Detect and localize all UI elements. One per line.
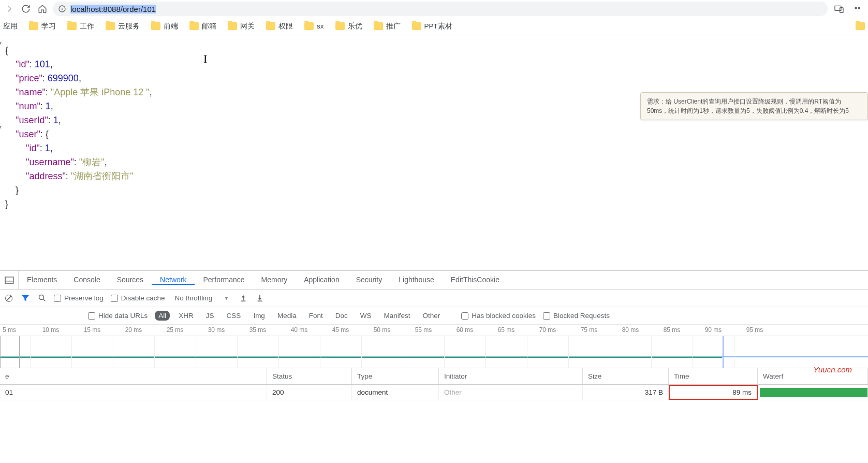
col-size[interactable]: Size <box>583 368 669 384</box>
devtools-tab[interactable]: Performance <box>195 276 253 284</box>
svg-rect-4 <box>840 8 843 13</box>
bookmark-item[interactable]: 工作 <box>67 22 94 31</box>
timeline-tick: 65 ms <box>498 326 515 334</box>
col-name[interactable]: e <box>0 368 267 384</box>
filter-chip[interactable]: XHR <box>175 311 197 321</box>
preserve-log-checkbox[interactable]: Preserve log <box>54 294 104 302</box>
blocked-cookies-checkbox[interactable]: Has blocked cookies <box>461 312 536 320</box>
devtools-tab[interactable]: Memory <box>253 276 296 284</box>
dock-icon[interactable] <box>0 271 19 289</box>
devtools-tab[interactable]: Sources <box>109 276 152 284</box>
network-table-header: e Status Type Initiator Size Time Waterf… <box>0 368 868 385</box>
folder-icon <box>335 22 345 30</box>
bookmark-item[interactable]: 云服务 <box>106 22 140 31</box>
svg-rect-11 <box>241 300 246 301</box>
throttling-dropdown[interactable]: No throttling▼ <box>172 293 232 303</box>
svg-rect-5 <box>855 7 857 9</box>
filter-chip[interactable]: WS <box>357 311 375 321</box>
filter-chip[interactable]: All <box>155 311 170 321</box>
col-time[interactable]: Time <box>669 368 758 384</box>
folder-icon <box>374 22 383 30</box>
filter-chip[interactable]: CSS <box>223 311 245 321</box>
col-waterfall[interactable]: Waterf Yuucn.com <box>758 368 868 384</box>
upload-icon[interactable] <box>239 294 248 303</box>
forward-button[interactable] <box>3 3 16 15</box>
bookmark-item[interactable]: 乐优 <box>335 22 362 31</box>
devtools-tab[interactable]: Security <box>348 276 391 284</box>
browser-toolbar: localhost:8088/order/101 <box>0 0 868 18</box>
overflow-folder-icon[interactable] <box>856 22 865 30</box>
devtools-tab[interactable]: Console <box>65 276 108 284</box>
bookmark-item[interactable]: 推广 <box>374 22 401 31</box>
address-bar[interactable]: localhost:8088/order/101 <box>53 2 828 16</box>
bookmark-item[interactable]: 前端 <box>151 22 178 31</box>
apps-button[interactable]: 应用 <box>3 22 18 31</box>
bookmark-item[interactable]: 学习 <box>29 22 56 31</box>
watermark: Yuucn.com <box>814 365 852 374</box>
devtools-tab[interactable]: Network <box>152 276 195 285</box>
timeline-tick: 10 ms <box>42 326 60 334</box>
timeline-tick: 15 ms <box>84 326 101 334</box>
bookmarks-bar: 应用 学习工作云服务前端邮箱网关权限sx乐优推广PPT素材 <box>0 18 868 35</box>
requirement-tooltip: 需求：给 UserClient的查询用户接口设置降级规则，慢调用的RT阈值为50… <box>640 92 868 120</box>
svg-rect-12 <box>258 300 262 301</box>
text-cursor: I <box>203 52 207 66</box>
filter-chip[interactable]: Manifest <box>380 311 414 321</box>
col-status[interactable]: Status <box>267 368 352 384</box>
timeline-tick: 50 ms <box>374 326 391 334</box>
disable-cache-checkbox[interactable]: Disable cache <box>111 294 165 302</box>
bookmark-item[interactable]: PPT素材 <box>412 22 452 31</box>
filter-icon[interactable] <box>21 294 30 303</box>
folder-icon <box>106 22 115 30</box>
filter-chip[interactable]: Font <box>305 311 327 321</box>
timeline-tick: 30 ms <box>208 326 225 334</box>
folder-icon <box>67 22 77 30</box>
filter-chip[interactable]: Doc <box>332 311 351 321</box>
bookmark-item[interactable]: sx <box>304 22 324 31</box>
cell-type: document <box>352 385 439 400</box>
filter-chip[interactable]: Img <box>249 311 269 321</box>
stop-record-icon[interactable] <box>4 294 13 303</box>
timeline-tick: 80 ms <box>622 326 639 334</box>
bookmark-item[interactable]: 邮箱 <box>189 22 216 31</box>
reload-button[interactable] <box>20 3 32 15</box>
devtools-tabs: ElementsConsoleSourcesNetworkPerformance… <box>0 271 868 290</box>
network-row[interactable]: 01 200 document Other 317 B 89 ms <box>0 385 868 400</box>
cell-initiator: Other <box>439 385 583 400</box>
cell-time: 89 ms <box>669 385 758 400</box>
hide-urls-checkbox[interactable]: Hide data URLs <box>88 312 148 320</box>
col-type[interactable]: Type <box>352 368 439 384</box>
bookmark-item[interactable]: 网关 <box>228 22 255 31</box>
timeline-tick: 60 ms <box>457 326 474 334</box>
download-icon[interactable] <box>255 294 264 303</box>
cell-waterfall <box>758 385 868 400</box>
bookmark-item[interactable]: 权限 <box>266 22 293 31</box>
filter-chip[interactable]: Other <box>419 311 444 321</box>
timeline[interactable]: 5 ms10 ms15 ms20 ms25 ms30 ms35 ms40 ms4… <box>0 325 868 368</box>
timeline-tick: 5 ms <box>3 326 16 334</box>
blocked-requests-checkbox[interactable]: Blocked Requests <box>543 312 610 320</box>
timeline-tick: 35 ms <box>249 326 267 334</box>
timeline-tick: 95 ms <box>746 326 763 334</box>
folder-icon <box>304 22 314 30</box>
col-initiator[interactable]: Initiator <box>439 368 583 384</box>
devtools-tab[interactable]: Lighthouse <box>390 276 443 284</box>
filter-chip[interactable]: Media <box>274 311 300 321</box>
timeline-tick: 85 ms <box>664 326 681 334</box>
devices-icon[interactable] <box>832 5 846 13</box>
svg-line-10 <box>43 299 45 301</box>
network-toolbar: Preserve log Disable cache No throttling… <box>0 290 868 307</box>
devtools-tab[interactable]: Elements <box>19 276 65 284</box>
filter-chip[interactable]: JS <box>202 311 218 321</box>
timeline-tick: 25 ms <box>167 326 184 334</box>
collapse-toggle[interactable]: ▼ <box>0 120 3 134</box>
collapse-toggle[interactable]: ▼ <box>0 36 3 50</box>
home-button[interactable] <box>36 3 49 15</box>
devtools-panel: ElementsConsoleSourcesNetworkPerformance… <box>0 270 868 400</box>
extension-icon[interactable] <box>850 5 865 13</box>
search-icon[interactable] <box>37 294 47 303</box>
devtools-tab[interactable]: Application <box>296 276 348 284</box>
timeline-tick: 70 ms <box>539 326 556 334</box>
timeline-tick: 75 ms <box>581 326 598 334</box>
devtools-tab[interactable]: EditThisCookie <box>443 276 508 284</box>
